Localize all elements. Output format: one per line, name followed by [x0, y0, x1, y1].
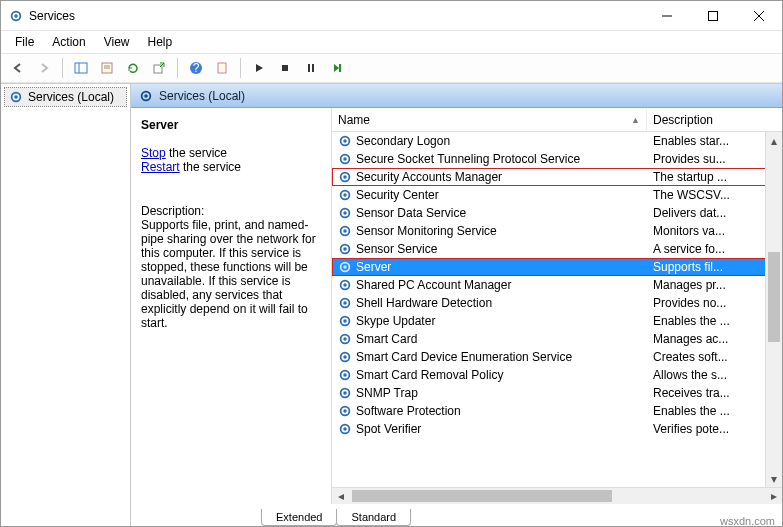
- service-desc-cell: Provides no...: [647, 296, 782, 310]
- service-row[interactable]: Sensor Monitoring ServiceMonitors va...: [332, 222, 782, 240]
- export-button[interactable]: [148, 57, 170, 79]
- service-desc-cell: The startup ...: [647, 170, 782, 184]
- service-row[interactable]: Shell Hardware DetectionProvides no...: [332, 294, 782, 312]
- show-hide-tree-button[interactable]: [70, 57, 92, 79]
- service-gear-icon: [338, 296, 352, 310]
- service-desc-cell: Enables star...: [647, 134, 782, 148]
- app-icon: [9, 9, 23, 23]
- service-row[interactable]: Secondary LogonEnables star...: [332, 132, 782, 150]
- service-name-cell: Security Center: [332, 188, 647, 202]
- service-desc-cell: Enables the ...: [647, 404, 782, 418]
- service-desc-cell: A service fo...: [647, 242, 782, 256]
- column-header-description[interactable]: Description: [647, 109, 782, 131]
- service-row[interactable]: Smart Card Removal PolicyAllows the s...: [332, 366, 782, 384]
- service-row[interactable]: Smart Card Device Enumeration ServiceCre…: [332, 348, 782, 366]
- vertical-scrollbar[interactable]: ▴ ▾: [765, 132, 782, 487]
- restart-link[interactable]: Restart: [141, 160, 180, 174]
- service-gear-icon: [338, 152, 352, 166]
- service-desc-cell: Provides su...: [647, 152, 782, 166]
- service-desc-cell: Verifies pote...: [647, 422, 782, 436]
- forward-button[interactable]: [33, 57, 55, 79]
- service-name-cell: Shell Hardware Detection: [332, 296, 647, 310]
- svg-rect-18: [339, 64, 341, 72]
- service-gear-icon: [338, 170, 352, 184]
- service-row[interactable]: SNMP TrapReceives tra...: [332, 384, 782, 402]
- svg-point-30: [343, 193, 347, 197]
- tree-node-label: Services (Local): [28, 90, 114, 104]
- svg-point-48: [343, 355, 347, 359]
- service-desc-cell: Delivers dat...: [647, 206, 782, 220]
- service-gear-icon: [338, 206, 352, 220]
- service-desc-cell: Supports fil...: [647, 260, 782, 274]
- service-row[interactable]: Security CenterThe WSCSV...: [332, 186, 782, 204]
- column-header-name[interactable]: Name ▲: [332, 109, 647, 131]
- svg-rect-14: [218, 63, 226, 73]
- scroll-down-icon[interactable]: ▾: [766, 470, 782, 487]
- start-service-button[interactable]: [248, 57, 270, 79]
- help-button[interactable]: ?: [185, 57, 207, 79]
- scroll-thumb-v[interactable]: [768, 252, 780, 342]
- service-row[interactable]: Software ProtectionEnables the ...: [332, 402, 782, 420]
- sheet-icon[interactable]: [211, 57, 233, 79]
- scroll-up-icon[interactable]: ▴: [766, 132, 782, 149]
- service-desc-cell: Monitors va...: [647, 224, 782, 238]
- svg-point-54: [343, 409, 347, 413]
- service-name-text: Sensor Monitoring Service: [356, 224, 497, 238]
- tree-node-services-local[interactable]: Services (Local): [4, 87, 127, 107]
- gear-icon: [139, 89, 153, 103]
- service-row[interactable]: Spot VerifierVerifies pote...: [332, 420, 782, 438]
- pause-service-button[interactable]: [300, 57, 322, 79]
- service-row[interactable]: Security Accounts ManagerThe startup ...: [332, 168, 782, 186]
- horizontal-scrollbar[interactable]: ◂ ▸: [332, 487, 782, 504]
- close-button[interactable]: [736, 1, 782, 31]
- restart-service-button[interactable]: [326, 57, 348, 79]
- gear-icon: [9, 90, 23, 104]
- service-row[interactable]: Skype UpdaterEnables the ...: [332, 312, 782, 330]
- tab-extended[interactable]: Extended: [261, 509, 337, 526]
- titlebar[interactable]: Services: [1, 1, 782, 31]
- svg-point-42: [343, 301, 347, 305]
- pane-header-title: Services (Local): [159, 89, 245, 103]
- menu-action[interactable]: Action: [44, 33, 93, 51]
- scroll-right-icon[interactable]: ▸: [765, 488, 782, 504]
- list-body[interactable]: Secondary LogonEnables star...Secure Soc…: [332, 132, 782, 504]
- svg-point-52: [343, 391, 347, 395]
- back-button[interactable]: [7, 57, 29, 79]
- maximize-button[interactable]: [690, 1, 736, 31]
- menubar: File Action View Help: [1, 31, 782, 53]
- scroll-thumb-h[interactable]: [352, 490, 612, 502]
- tab-standard[interactable]: Standard: [336, 509, 411, 526]
- minimize-button[interactable]: [644, 1, 690, 31]
- svg-rect-15: [282, 65, 288, 71]
- selected-service-name: Server: [141, 118, 321, 132]
- menu-help[interactable]: Help: [140, 33, 181, 51]
- refresh-button[interactable]: [122, 57, 144, 79]
- restart-line: Restart the service: [141, 160, 321, 174]
- properties-button[interactable]: [96, 57, 118, 79]
- menu-view[interactable]: View: [96, 33, 138, 51]
- service-name-text: Spot Verifier: [356, 422, 421, 436]
- scroll-left-icon[interactable]: ◂: [332, 488, 349, 504]
- service-name-text: Software Protection: [356, 404, 461, 418]
- window-title: Services: [29, 9, 644, 23]
- svg-text:?: ?: [193, 61, 200, 75]
- service-name-text: Skype Updater: [356, 314, 435, 328]
- service-name-text: Security Center: [356, 188, 439, 202]
- service-row[interactable]: Secure Socket Tunneling Protocol Service…: [332, 150, 782, 168]
- service-name-cell: Secure Socket Tunneling Protocol Service: [332, 152, 647, 166]
- service-row[interactable]: ServerSupports fil...: [332, 258, 782, 276]
- menu-file[interactable]: File: [7, 33, 42, 51]
- service-gear-icon: [338, 260, 352, 274]
- list-pane: Name ▲ Description Secondary LogonEnable…: [331, 108, 782, 504]
- svg-point-38: [343, 265, 347, 269]
- svg-point-32: [343, 211, 347, 215]
- service-row[interactable]: Sensor ServiceA service fo...: [332, 240, 782, 258]
- service-row[interactable]: Sensor Data ServiceDelivers dat...: [332, 204, 782, 222]
- stop-link[interactable]: Stop: [141, 146, 166, 160]
- service-row[interactable]: Shared PC Account ManagerManages pr...: [332, 276, 782, 294]
- service-row[interactable]: Smart CardManages ac...: [332, 330, 782, 348]
- service-name-text: Shared PC Account Manager: [356, 278, 511, 292]
- stop-service-button[interactable]: [274, 57, 296, 79]
- service-desc-cell: Allows the s...: [647, 368, 782, 382]
- tree-pane[interactable]: Services (Local): [1, 84, 131, 526]
